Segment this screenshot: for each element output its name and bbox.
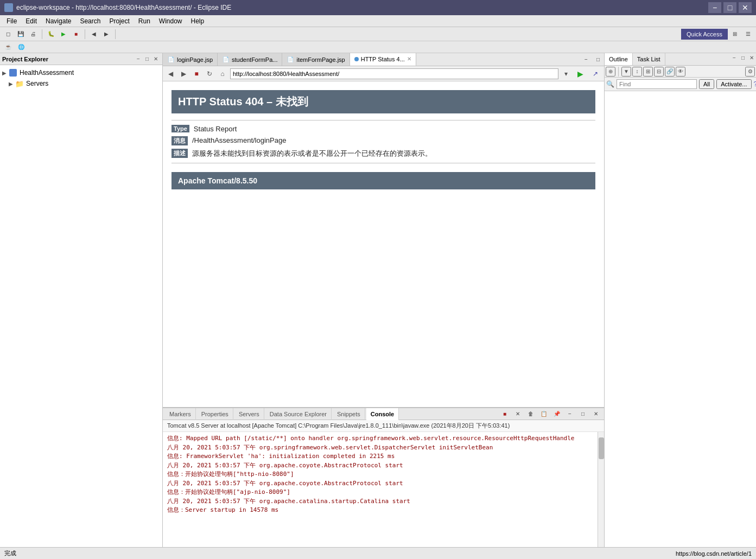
- right-link-btn[interactable]: 🔗: [665, 67, 675, 77]
- quick-access-button[interactable]: Quick Access: [681, 29, 728, 40]
- find-help-icon: ?: [754, 80, 756, 88]
- toolbar-file-group: ◻ 💾 🖨: [2, 28, 39, 40]
- tree-item-servers[interactable]: ▶ 📁 Servers: [0, 78, 162, 89]
- find-all-btn[interactable]: All: [699, 79, 714, 89]
- minimize-button[interactable]: −: [708, 2, 721, 13]
- tab-maximize-btn[interactable]: □: [592, 54, 604, 66]
- center-area: 📄 loginPage.jsp 📄 studentFormPa... 📄 ite…: [163, 53, 604, 559]
- editor-tab-bar: 📄 loginPage.jsp 📄 studentFormPa... 📄 ite…: [163, 53, 604, 66]
- type-label: Type: [171, 125, 189, 132]
- perspective-java-btn[interactable]: ☕: [2, 41, 14, 53]
- menu-navigate[interactable]: Navigate: [41, 16, 75, 26]
- tab-itemform[interactable]: 📄 itemFormPage.jsp: [282, 53, 350, 66]
- console-minimize-btn[interactable]: −: [564, 408, 576, 420]
- console-maximize-btn[interactable]: □: [577, 408, 589, 420]
- browser-go-btn[interactable]: ▶: [574, 68, 587, 79]
- right-panel-close[interactable]: ✕: [747, 53, 756, 62]
- outline-tab[interactable]: Outline: [605, 53, 633, 65]
- right-panels: Outline Task List − □ ✕ ⊕ ▼ ↕ ⊞ ⊟ 🔗 👁 ⚙: [605, 53, 756, 559]
- main-layout: Project Explorer − □ ✕ ▶ HealthAssessmen…: [0, 53, 756, 559]
- tab-icon-item: 📄: [287, 56, 294, 63]
- message-label: 消息: [171, 136, 188, 145]
- console-header: Tomcat v8.5 Server at localhost [Apache …: [163, 420, 604, 432]
- toolbar-back-btn[interactable]: ◀: [88, 28, 100, 40]
- right-new-btn[interactable]: ⊕: [606, 67, 615, 77]
- menu-run[interactable]: Run: [134, 16, 155, 26]
- window-controls: − □ ✕: [708, 2, 752, 13]
- right-panel-minimize[interactable]: −: [730, 53, 739, 62]
- url-input[interactable]: [230, 68, 558, 79]
- type-value: Status Report: [194, 125, 237, 133]
- console-paste-btn[interactable]: 📌: [551, 408, 563, 420]
- close-button[interactable]: ✕: [739, 2, 752, 13]
- tab-minimize-btn[interactable]: −: [580, 54, 592, 66]
- right-settings-btn[interactable]: ⚙: [745, 67, 755, 77]
- tab-close-http[interactable]: ✕: [407, 56, 411, 62]
- console-copy-btn[interactable]: 📋: [538, 408, 550, 420]
- maximize-button[interactable]: □: [723, 2, 736, 13]
- toolbar-run-btn[interactable]: ▶: [58, 28, 69, 40]
- bottom-tab-console[interactable]: Console: [366, 408, 399, 420]
- tab-studentform[interactable]: 📄 studentFormPa...: [218, 53, 282, 66]
- panel-minimize-icon[interactable]: −: [134, 55, 143, 63]
- browser-forward-btn[interactable]: ▶: [178, 68, 189, 79]
- perspective-web-btn[interactable]: 🌐: [15, 41, 27, 53]
- toolbar-stop-btn[interactable]: ■: [70, 28, 82, 40]
- menu-window[interactable]: Window: [155, 16, 187, 26]
- toolbar-save-btn[interactable]: 💾: [15, 28, 27, 40]
- right-filter-btn[interactable]: ▼: [621, 67, 631, 77]
- toolbar-perspective-btn[interactable]: ⊞: [729, 28, 741, 40]
- browser-refresh-btn[interactable]: ↻: [204, 68, 215, 79]
- right-expand-btn[interactable]: ⊞: [643, 67, 653, 77]
- menu-project[interactable]: Project: [105, 16, 134, 26]
- toolbar-forward-btn[interactable]: ▶: [100, 28, 112, 40]
- outline-content: [605, 91, 756, 559]
- find-input[interactable]: [617, 79, 697, 89]
- console-scrollbar[interactable]: [598, 432, 604, 559]
- browser-area: 📄 loginPage.jsp 📄 studentFormPa... 📄 ite…: [163, 53, 604, 407]
- toolbar-sep-3: [115, 29, 116, 39]
- console-line: 信息：开始协议处理句柄["ajp-nio-8009"]: [167, 488, 593, 497]
- browser-nav-btn[interactable]: ↗: [589, 68, 602, 79]
- console-line: 八月 20, 2021 5:03:57 下午 org.apache.coyote…: [167, 461, 593, 471]
- menu-file[interactable]: File: [2, 16, 21, 26]
- bottom-tab-servers[interactable]: Servers: [234, 408, 264, 420]
- menu-help[interactable]: Help: [187, 16, 209, 26]
- toolbar-view-btn[interactable]: ☰: [742, 28, 754, 40]
- console-close-btn[interactable]: ✕: [590, 408, 602, 420]
- menu-search[interactable]: Search: [75, 16, 105, 26]
- find-activate-btn[interactable]: Activate...: [716, 79, 751, 89]
- browser-back-btn[interactable]: ◀: [165, 68, 176, 79]
- tree-item-health[interactable]: ▶ HealthAssessment: [0, 67, 162, 78]
- bottom-tab-properties[interactable]: Properties: [197, 408, 233, 420]
- tab-loginpage[interactable]: 📄 loginPage.jsp: [163, 53, 218, 66]
- console-remove-btn[interactable]: ✕: [512, 408, 524, 420]
- content-row-desc: 描述 源服务器未能找到目标资源的表示或者是不愿公开一个已经存在的资源表示。: [171, 149, 595, 158]
- browser-dropdown-btn[interactable]: ▾: [561, 68, 571, 79]
- bottom-tab-bar: Markers Properties Servers Data Source E…: [163, 408, 604, 420]
- right-sort-btn[interactable]: ↕: [632, 67, 642, 77]
- toolbar-new-btn[interactable]: ◻: [2, 28, 14, 40]
- panel-maximize-icon[interactable]: □: [143, 55, 151, 63]
- browser-home-btn[interactable]: ⌂: [217, 68, 228, 79]
- panel-close-icon[interactable]: ✕: [151, 55, 160, 63]
- console-clear-btn[interactable]: 🗑: [525, 408, 537, 420]
- toolbar-debug-btn[interactable]: 🐛: [45, 28, 57, 40]
- toolbar-print-btn[interactable]: 🖨: [27, 28, 39, 40]
- right-view-btn[interactable]: 👁: [676, 67, 685, 77]
- browser-stop-btn[interactable]: ■: [191, 68, 202, 79]
- status-text: 完成: [4, 549, 16, 557]
- right-collapse-btn[interactable]: ⊟: [654, 67, 664, 77]
- project-explorer-panel: Project Explorer − □ ✕ ▶ HealthAssessmen…: [0, 53, 163, 559]
- bottom-tab-snippets[interactable]: Snippets: [333, 408, 365, 420]
- tasklist-tab[interactable]: Task List: [633, 53, 665, 65]
- tab-httpstatus[interactable]: HTTP Status 4... ✕: [350, 53, 416, 66]
- tree-label-servers: Servers: [26, 80, 48, 87]
- console-terminate-btn[interactable]: ■: [499, 408, 511, 420]
- bottom-tab-markers[interactable]: Markers: [165, 408, 196, 420]
- tree-arrow-servers: ▶: [9, 81, 15, 87]
- http-status-title: HTTP Status 404 – 未找到: [171, 90, 595, 113]
- menu-edit[interactable]: Edit: [21, 16, 41, 26]
- bottom-tab-datasource[interactable]: Data Source Explorer: [265, 408, 332, 420]
- right-panel-maximize[interactable]: □: [739, 53, 747, 62]
